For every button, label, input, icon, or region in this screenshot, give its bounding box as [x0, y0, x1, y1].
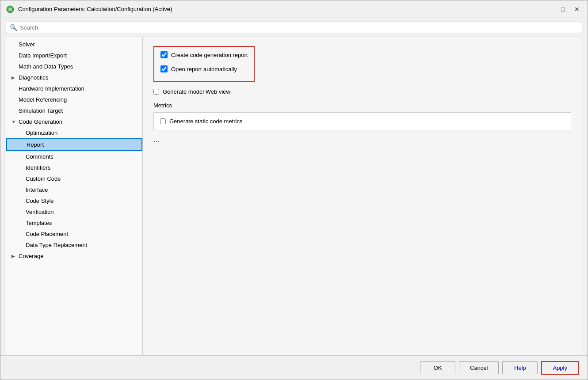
- generate-static-metrics-label[interactable]: Generate static code metrics: [169, 118, 242, 125]
- sidebar-item-templates[interactable]: Templates: [6, 217, 142, 228]
- generate-static-metrics-checkbox[interactable]: [160, 118, 166, 124]
- sidebar: Solver Data Import/Export Math and Data …: [6, 37, 143, 355]
- sidebar-item-identifiers[interactable]: Identifiers: [6, 162, 142, 173]
- apply-button[interactable]: Apply: [541, 361, 579, 375]
- generate-web-view-row: Generate model Web view: [153, 88, 571, 95]
- sidebar-item-simulation-target[interactable]: Simulation Target: [6, 105, 142, 116]
- sidebar-item-diagnostics[interactable]: ▶ Diagnostics: [6, 72, 142, 83]
- cancel-button[interactable]: Cancel: [459, 361, 499, 374]
- sidebar-item-coverage[interactable]: ▶ Coverage: [6, 251, 142, 262]
- search-bar: 🔍: [0, 18, 588, 37]
- maximize-button[interactable]: □: [557, 5, 568, 14]
- sidebar-item-verification[interactable]: Verification: [6, 206, 142, 217]
- sidebar-item-math-data-types[interactable]: Math and Data Types: [6, 61, 142, 72]
- metrics-section: Metrics Generate static code metrics: [153, 102, 571, 130]
- search-icon: 🔍: [10, 24, 17, 31]
- minimize-button[interactable]: —: [543, 5, 554, 14]
- sidebar-item-comments[interactable]: Comments: [6, 151, 142, 162]
- create-report-label[interactable]: Create code generation report: [171, 52, 248, 58]
- main-window: Configuration Parameters: Calculation/Co…: [0, 0, 588, 380]
- sidebar-item-custom-code[interactable]: Custom Code: [6, 173, 142, 184]
- ellipsis-indicator: ...: [153, 136, 571, 144]
- sidebar-item-code-generation[interactable]: ▼ Code Generation: [6, 116, 142, 127]
- search-wrapper: 🔍: [6, 22, 582, 33]
- svg-rect-5: [12, 9, 14, 10]
- svg-point-1: [8, 8, 12, 11]
- generate-web-view-checkbox[interactable]: [153, 89, 159, 95]
- svg-rect-4: [7, 9, 8, 10]
- metrics-title: Metrics: [153, 102, 571, 109]
- generate-web-view-label[interactable]: Generate model Web view: [163, 88, 230, 95]
- sidebar-item-interface[interactable]: Interface: [6, 184, 142, 195]
- sidebar-item-data-type-replacement[interactable]: Data Type Replacement: [6, 239, 142, 251]
- window-controls: — □ ✕: [543, 5, 582, 14]
- open-report-row: Open report automatically: [160, 65, 248, 72]
- sidebar-item-model-referencing[interactable]: Model Referencing: [6, 94, 142, 105]
- help-button[interactable]: Help: [502, 361, 538, 374]
- metrics-box: Generate static code metrics: [153, 112, 571, 130]
- report-highlight-box: Create code generation report Open repor…: [153, 46, 255, 82]
- open-report-checkbox[interactable]: [160, 65, 168, 72]
- svg-rect-3: [10, 11, 11, 13]
- ok-button[interactable]: OK: [420, 361, 455, 374]
- title-bar: Configuration Parameters: Calculation/Co…: [0, 0, 588, 18]
- arrow-diagnostics: ▶: [11, 75, 17, 80]
- app-icon: [6, 5, 15, 14]
- create-report-row: Create code generation report: [160, 51, 248, 58]
- content-panel: Create code generation report Open repor…: [143, 37, 582, 355]
- sidebar-item-hardware-impl[interactable]: Hardware Implementation: [6, 83, 142, 94]
- arrow-code-gen: ▼: [11, 119, 17, 124]
- sidebar-item-code-placement[interactable]: Code Placement: [6, 228, 142, 239]
- sidebar-item-data-import-export[interactable]: Data Import/Export: [6, 50, 142, 61]
- sidebar-item-solver[interactable]: Solver: [6, 39, 142, 50]
- main-content: Solver Data Import/Export Math and Data …: [0, 37, 588, 355]
- svg-rect-2: [10, 6, 11, 8]
- window-title: Configuration Parameters: Calculation/Co…: [18, 6, 543, 12]
- search-input[interactable]: [20, 24, 578, 31]
- footer: OK Cancel Help Apply: [0, 355, 588, 380]
- open-report-label[interactable]: Open report automatically: [171, 66, 237, 72]
- sidebar-item-report[interactable]: Report: [6, 138, 142, 151]
- arrow-coverage: ▶: [11, 254, 17, 258]
- sidebar-item-optimization[interactable]: Optimization: [6, 127, 142, 138]
- create-report-checkbox[interactable]: [160, 51, 168, 58]
- sidebar-item-code-style[interactable]: Code Style: [6, 195, 142, 206]
- close-button[interactable]: ✕: [572, 5, 582, 14]
